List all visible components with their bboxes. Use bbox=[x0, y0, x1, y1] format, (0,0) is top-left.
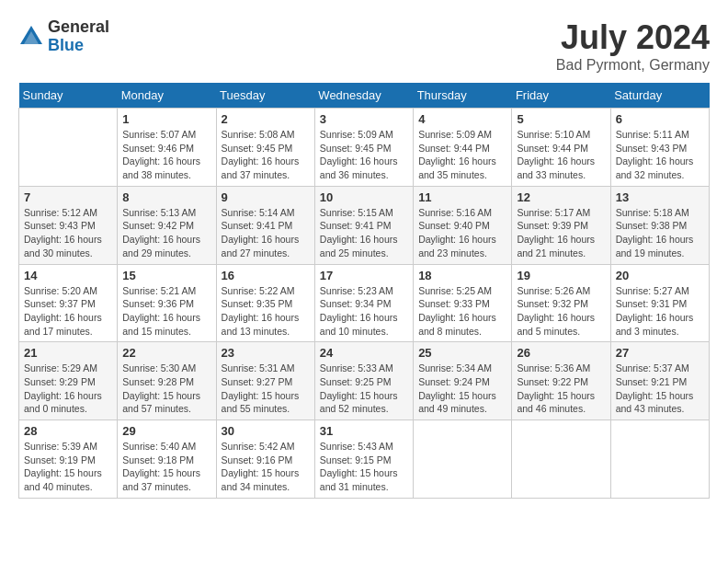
header: General Blue July 2024 Bad Pyrmont, Germ… bbox=[18, 18, 710, 74]
calendar-cell: 19Sunrise: 5:26 AMSunset: 9:32 PMDayligh… bbox=[512, 264, 610, 342]
calendar-header-thursday: Thursday bbox=[414, 83, 512, 109]
calendar-cell: 24Sunrise: 5:33 AMSunset: 9:25 PMDayligh… bbox=[314, 342, 413, 420]
calendar-body: 1Sunrise: 5:07 AMSunset: 9:46 PMDaylight… bbox=[19, 109, 710, 499]
day-number: 28 bbox=[24, 424, 112, 438]
day-info: Sunrise: 5:39 AMSunset: 9:19 PMDaylight:… bbox=[24, 440, 112, 494]
day-info: Sunrise: 5:21 AMSunset: 9:36 PMDaylight:… bbox=[122, 284, 210, 339]
day-info: Sunrise: 5:40 AMSunset: 9:18 PMDaylight:… bbox=[122, 440, 210, 494]
calendar-cell bbox=[610, 420, 709, 499]
day-info: Sunrise: 5:26 AMSunset: 9:32 PMDaylight:… bbox=[517, 284, 605, 339]
calendar-cell: 26Sunrise: 5:36 AMSunset: 9:22 PMDayligh… bbox=[512, 342, 610, 420]
day-info: Sunrise: 5:22 AMSunset: 9:35 PMDaylight:… bbox=[222, 284, 310, 339]
day-number: 4 bbox=[418, 112, 506, 126]
day-info: Sunrise: 5:20 AMSunset: 9:37 PMDaylight:… bbox=[24, 284, 112, 339]
logo-icon bbox=[18, 24, 44, 50]
calendar-cell: 9Sunrise: 5:14 AMSunset: 9:41 PMDaylight… bbox=[216, 186, 314, 264]
calendar-week-row: 21Sunrise: 5:29 AMSunset: 9:29 PMDayligh… bbox=[19, 342, 710, 420]
day-number: 1 bbox=[122, 112, 210, 126]
day-number: 7 bbox=[24, 190, 112, 204]
day-info: Sunrise: 5:15 AMSunset: 9:41 PMDaylight:… bbox=[320, 206, 408, 260]
day-number: 30 bbox=[222, 424, 310, 438]
calendar-cell: 27Sunrise: 5:37 AMSunset: 9:21 PMDayligh… bbox=[610, 342, 709, 420]
calendar-header-monday: Monday bbox=[118, 83, 216, 109]
calendar-week-row: 28Sunrise: 5:39 AMSunset: 9:19 PMDayligh… bbox=[19, 420, 710, 499]
calendar-cell: 16Sunrise: 5:22 AMSunset: 9:35 PMDayligh… bbox=[216, 264, 314, 342]
day-info: Sunrise: 5:07 AMSunset: 9:46 PMDaylight:… bbox=[122, 128, 210, 182]
day-number: 2 bbox=[222, 112, 310, 126]
day-number: 14 bbox=[24, 269, 112, 282]
calendar-cell: 22Sunrise: 5:30 AMSunset: 9:28 PMDayligh… bbox=[118, 342, 216, 420]
day-info: Sunrise: 5:33 AMSunset: 9:25 PMDaylight:… bbox=[320, 362, 408, 416]
day-number: 26 bbox=[517, 346, 605, 360]
day-number: 23 bbox=[222, 346, 310, 360]
calendar-cell: 14Sunrise: 5:20 AMSunset: 9:37 PMDayligh… bbox=[19, 264, 118, 342]
day-number: 10 bbox=[320, 190, 408, 204]
day-info: Sunrise: 5:43 AMSunset: 9:15 PMDaylight:… bbox=[320, 440, 408, 494]
month-title: July 2024 bbox=[556, 18, 710, 57]
day-info: Sunrise: 5:14 AMSunset: 9:41 PMDaylight:… bbox=[222, 206, 310, 260]
day-number: 6 bbox=[616, 112, 704, 126]
day-info: Sunrise: 5:18 AMSunset: 9:38 PMDaylight:… bbox=[616, 206, 704, 260]
day-number: 3 bbox=[320, 112, 408, 126]
day-info: Sunrise: 5:23 AMSunset: 9:34 PMDaylight:… bbox=[320, 284, 408, 339]
calendar-week-row: 7Sunrise: 5:12 AMSunset: 9:43 PMDaylight… bbox=[19, 186, 710, 264]
day-number: 17 bbox=[320, 269, 408, 282]
calendar-header-row: SundayMondayTuesdayWednesdayThursdayFrid… bbox=[19, 83, 710, 109]
day-number: 20 bbox=[616, 269, 704, 282]
logo: General Blue bbox=[18, 18, 109, 55]
calendar-cell: 15Sunrise: 5:21 AMSunset: 9:36 PMDayligh… bbox=[118, 264, 216, 342]
calendar-cell: 11Sunrise: 5:16 AMSunset: 9:40 PMDayligh… bbox=[414, 186, 512, 264]
calendar-header-tuesday: Tuesday bbox=[216, 83, 314, 109]
day-info: Sunrise: 5:17 AMSunset: 9:39 PMDaylight:… bbox=[517, 206, 605, 260]
day-number: 9 bbox=[222, 190, 310, 204]
day-number: 12 bbox=[517, 190, 605, 204]
calendar-cell: 10Sunrise: 5:15 AMSunset: 9:41 PMDayligh… bbox=[314, 186, 413, 264]
calendar-cell bbox=[512, 420, 610, 499]
day-number: 24 bbox=[320, 346, 408, 360]
calendar-cell: 23Sunrise: 5:31 AMSunset: 9:27 PMDayligh… bbox=[216, 342, 314, 420]
day-info: Sunrise: 5:09 AMSunset: 9:44 PMDaylight:… bbox=[418, 128, 506, 182]
day-number: 19 bbox=[517, 269, 605, 282]
day-info: Sunrise: 5:13 AMSunset: 9:42 PMDaylight:… bbox=[122, 206, 210, 260]
day-number: 21 bbox=[24, 346, 112, 360]
day-info: Sunrise: 5:27 AMSunset: 9:31 PMDaylight:… bbox=[616, 284, 704, 339]
day-info: Sunrise: 5:09 AMSunset: 9:45 PMDaylight:… bbox=[320, 128, 408, 182]
day-number: 16 bbox=[222, 269, 310, 282]
day-number: 13 bbox=[616, 190, 704, 204]
day-number: 15 bbox=[122, 269, 210, 282]
day-info: Sunrise: 5:42 AMSunset: 9:16 PMDaylight:… bbox=[222, 440, 310, 494]
calendar-cell: 1Sunrise: 5:07 AMSunset: 9:46 PMDaylight… bbox=[118, 109, 216, 187]
day-number: 5 bbox=[517, 112, 605, 126]
calendar-cell: 3Sunrise: 5:09 AMSunset: 9:45 PMDaylight… bbox=[314, 109, 413, 187]
day-info: Sunrise: 5:08 AMSunset: 9:45 PMDaylight:… bbox=[222, 128, 310, 182]
day-info: Sunrise: 5:12 AMSunset: 9:43 PMDaylight:… bbox=[24, 206, 112, 260]
location-title: Bad Pyrmont, Germany bbox=[556, 57, 710, 74]
calendar-cell: 28Sunrise: 5:39 AMSunset: 9:19 PMDayligh… bbox=[19, 420, 118, 499]
day-info: Sunrise: 5:31 AMSunset: 9:27 PMDaylight:… bbox=[222, 362, 310, 416]
calendar-cell: 21Sunrise: 5:29 AMSunset: 9:29 PMDayligh… bbox=[19, 342, 118, 420]
day-number: 18 bbox=[418, 269, 506, 282]
day-info: Sunrise: 5:36 AMSunset: 9:22 PMDaylight:… bbox=[517, 362, 605, 416]
day-number: 11 bbox=[418, 190, 506, 204]
title-area: July 2024 Bad Pyrmont, Germany bbox=[556, 18, 710, 74]
day-info: Sunrise: 5:34 AMSunset: 9:24 PMDaylight:… bbox=[418, 362, 506, 416]
calendar-cell: 6Sunrise: 5:11 AMSunset: 9:43 PMDaylight… bbox=[610, 109, 709, 187]
calendar-cell bbox=[19, 109, 118, 187]
day-number: 29 bbox=[122, 424, 210, 438]
day-number: 22 bbox=[122, 346, 210, 360]
calendar-header-saturday: Saturday bbox=[610, 83, 709, 109]
calendar-cell: 25Sunrise: 5:34 AMSunset: 9:24 PMDayligh… bbox=[414, 342, 512, 420]
day-info: Sunrise: 5:16 AMSunset: 9:40 PMDaylight:… bbox=[418, 206, 506, 260]
calendar-cell bbox=[414, 420, 512, 499]
logo-blue-text: Blue bbox=[48, 37, 109, 55]
calendar-header-wednesday: Wednesday bbox=[314, 83, 413, 109]
day-info: Sunrise: 5:37 AMSunset: 9:21 PMDaylight:… bbox=[616, 362, 704, 416]
calendar-cell: 5Sunrise: 5:10 AMSunset: 9:44 PMDaylight… bbox=[512, 109, 610, 187]
day-number: 27 bbox=[616, 346, 704, 360]
calendar-cell: 4Sunrise: 5:09 AMSunset: 9:44 PMDaylight… bbox=[414, 109, 512, 187]
day-info: Sunrise: 5:29 AMSunset: 9:29 PMDaylight:… bbox=[24, 362, 112, 416]
day-number: 8 bbox=[122, 190, 210, 204]
calendar-cell: 17Sunrise: 5:23 AMSunset: 9:34 PMDayligh… bbox=[314, 264, 413, 342]
calendar-header-friday: Friday bbox=[512, 83, 610, 109]
day-info: Sunrise: 5:10 AMSunset: 9:44 PMDaylight:… bbox=[517, 128, 605, 182]
